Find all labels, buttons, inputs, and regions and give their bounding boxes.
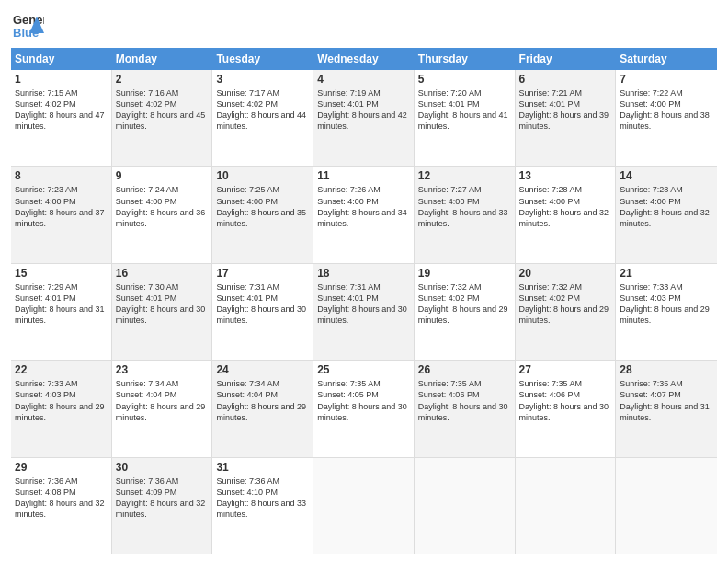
day-number: 22 (15, 363, 108, 376)
calendar-day-27: 27Sunrise: 7:35 AM Sunset: 4:06 PM Dayli… (516, 361, 617, 456)
day-info: Sunrise: 7:34 AM Sunset: 4:04 PM Dayligh… (116, 378, 209, 423)
day-info: Sunrise: 7:21 AM Sunset: 4:01 PM Dayligh… (519, 87, 612, 132)
day-info: Sunrise: 7:19 AM Sunset: 4:01 PM Dayligh… (317, 87, 410, 132)
day-of-week-saturday: Saturday (616, 48, 717, 70)
day-number: 27 (519, 363, 612, 376)
day-of-week-monday: Monday (112, 48, 213, 70)
day-info: Sunrise: 7:34 AM Sunset: 4:04 PM Dayligh… (216, 378, 309, 423)
day-number: 18 (317, 267, 410, 280)
calendar-day-empty (616, 458, 717, 554)
day-number: 20 (519, 267, 612, 280)
day-number: 11 (317, 169, 410, 182)
day-number: 23 (116, 363, 209, 376)
day-number: 7 (620, 73, 713, 86)
calendar-day-12: 12Sunrise: 7:27 AM Sunset: 4:00 PM Dayli… (415, 167, 516, 262)
day-info: Sunrise: 7:22 AM Sunset: 4:00 PM Dayligh… (620, 87, 713, 132)
calendar-day-16: 16Sunrise: 7:30 AM Sunset: 4:01 PM Dayli… (112, 264, 213, 360)
calendar-week-4: 22Sunrise: 7:33 AM Sunset: 4:03 PM Dayli… (11, 361, 717, 457)
day-number: 17 (216, 267, 309, 280)
day-info: Sunrise: 7:31 AM Sunset: 4:01 PM Dayligh… (216, 282, 309, 327)
calendar-day-3: 3Sunrise: 7:17 AM Sunset: 4:02 PM Daylig… (212, 70, 313, 166)
day-info: Sunrise: 7:36 AM Sunset: 4:10 PM Dayligh… (216, 476, 309, 521)
calendar-week-5: 29Sunrise: 7:36 AM Sunset: 4:08 PM Dayli… (11, 458, 717, 554)
calendar-week-3: 15Sunrise: 7:29 AM Sunset: 4:01 PM Dayli… (11, 264, 717, 361)
day-number: 1 (15, 73, 108, 86)
calendar-day-4: 4Sunrise: 7:19 AM Sunset: 4:01 PM Daylig… (313, 70, 415, 166)
day-number: 6 (519, 73, 612, 86)
day-number: 24 (216, 363, 309, 376)
day-info: Sunrise: 7:33 AM Sunset: 4:03 PM Dayligh… (620, 282, 713, 327)
day-of-week-friday: Friday (516, 48, 617, 70)
day-info: Sunrise: 7:31 AM Sunset: 4:01 PM Dayligh… (317, 282, 410, 327)
calendar-day-10: 10Sunrise: 7:25 AM Sunset: 4:00 PM Dayli… (212, 167, 313, 262)
logo: General Blue (11, 9, 44, 42)
calendar-day-14: 14Sunrise: 7:28 AM Sunset: 4:00 PM Dayli… (616, 167, 717, 262)
day-info: Sunrise: 7:30 AM Sunset: 4:01 PM Dayligh… (116, 282, 209, 327)
day-info: Sunrise: 7:29 AM Sunset: 4:01 PM Dayligh… (15, 282, 108, 327)
day-info: Sunrise: 7:33 AM Sunset: 4:03 PM Dayligh… (15, 378, 108, 423)
header: General Blue (11, 9, 717, 42)
calendar-header: SundayMondayTuesdayWednesdayThursdayFrid… (11, 48, 717, 70)
day-number: 2 (116, 73, 209, 86)
calendar-week-2: 8Sunrise: 7:23 AM Sunset: 4:00 PM Daylig… (11, 167, 717, 263)
calendar-day-6: 6Sunrise: 7:21 AM Sunset: 4:01 PM Daylig… (516, 70, 617, 166)
day-number: 30 (116, 461, 209, 474)
calendar-day-21: 21Sunrise: 7:33 AM Sunset: 4:03 PM Dayli… (616, 264, 717, 360)
day-info: Sunrise: 7:28 AM Sunset: 4:00 PM Dayligh… (620, 184, 713, 229)
main-container: General Blue SundayMondayTuesdayWednesda… (0, 0, 728, 563)
calendar-day-empty (516, 458, 617, 554)
day-number: 29 (15, 461, 108, 474)
calendar-day-26: 26Sunrise: 7:35 AM Sunset: 4:06 PM Dayli… (415, 361, 516, 456)
day-number: 13 (519, 169, 612, 182)
day-of-week-sunday: Sunday (11, 48, 112, 70)
day-info: Sunrise: 7:15 AM Sunset: 4:02 PM Dayligh… (15, 87, 108, 132)
calendar-day-13: 13Sunrise: 7:28 AM Sunset: 4:00 PM Dayli… (516, 167, 617, 262)
day-number: 25 (317, 363, 410, 376)
calendar-day-11: 11Sunrise: 7:26 AM Sunset: 4:00 PM Dayli… (313, 167, 415, 262)
day-number: 28 (620, 363, 713, 376)
calendar-day-8: 8Sunrise: 7:23 AM Sunset: 4:00 PM Daylig… (11, 167, 112, 262)
day-info: Sunrise: 7:36 AM Sunset: 4:09 PM Dayligh… (116, 476, 209, 521)
day-info: Sunrise: 7:28 AM Sunset: 4:00 PM Dayligh… (519, 184, 612, 229)
day-number: 3 (216, 73, 309, 86)
calendar-day-5: 5Sunrise: 7:20 AM Sunset: 4:01 PM Daylig… (415, 70, 516, 166)
calendar-day-28: 28Sunrise: 7:35 AM Sunset: 4:07 PM Dayli… (616, 361, 717, 456)
calendar-day-29: 29Sunrise: 7:36 AM Sunset: 4:08 PM Dayli… (11, 458, 112, 554)
calendar-day-15: 15Sunrise: 7:29 AM Sunset: 4:01 PM Dayli… (11, 264, 112, 360)
calendar-day-31: 31Sunrise: 7:36 AM Sunset: 4:10 PM Dayli… (212, 458, 313, 554)
day-info: Sunrise: 7:23 AM Sunset: 4:00 PM Dayligh… (15, 184, 108, 229)
day-number: 21 (620, 267, 713, 280)
day-info: Sunrise: 7:17 AM Sunset: 4:02 PM Dayligh… (216, 87, 309, 132)
day-number: 4 (317, 73, 410, 86)
calendar: SundayMondayTuesdayWednesdayThursdayFrid… (11, 48, 717, 554)
calendar-week-1: 1Sunrise: 7:15 AM Sunset: 4:02 PM Daylig… (11, 70, 717, 167)
day-info: Sunrise: 7:20 AM Sunset: 4:01 PM Dayligh… (418, 87, 511, 132)
calendar-day-7: 7Sunrise: 7:22 AM Sunset: 4:00 PM Daylig… (616, 70, 717, 166)
day-info: Sunrise: 7:27 AM Sunset: 4:00 PM Dayligh… (418, 184, 511, 229)
day-info: Sunrise: 7:24 AM Sunset: 4:00 PM Dayligh… (116, 184, 209, 229)
day-number: 19 (418, 267, 511, 280)
logo-icon: General Blue (11, 9, 44, 42)
day-number: 9 (116, 169, 209, 182)
day-info: Sunrise: 7:35 AM Sunset: 4:06 PM Dayligh… (418, 378, 511, 423)
calendar-day-empty (313, 458, 415, 554)
calendar-day-19: 19Sunrise: 7:32 AM Sunset: 4:02 PM Dayli… (415, 264, 516, 360)
day-info: Sunrise: 7:35 AM Sunset: 4:07 PM Dayligh… (620, 378, 713, 423)
day-info: Sunrise: 7:36 AM Sunset: 4:08 PM Dayligh… (15, 476, 108, 521)
calendar-day-18: 18Sunrise: 7:31 AM Sunset: 4:01 PM Dayli… (313, 264, 415, 360)
day-info: Sunrise: 7:26 AM Sunset: 4:00 PM Dayligh… (317, 184, 410, 229)
calendar-day-9: 9Sunrise: 7:24 AM Sunset: 4:00 PM Daylig… (112, 167, 213, 262)
day-number: 8 (15, 169, 108, 182)
day-number: 10 (216, 169, 309, 182)
day-of-week-wednesday: Wednesday (313, 48, 415, 70)
calendar-body: 1Sunrise: 7:15 AM Sunset: 4:02 PM Daylig… (11, 70, 717, 554)
day-info: Sunrise: 7:35 AM Sunset: 4:05 PM Dayligh… (317, 378, 410, 423)
calendar-day-22: 22Sunrise: 7:33 AM Sunset: 4:03 PM Dayli… (11, 361, 112, 456)
day-number: 15 (15, 267, 108, 280)
calendar-day-24: 24Sunrise: 7:34 AM Sunset: 4:04 PM Dayli… (212, 361, 313, 456)
calendar-day-20: 20Sunrise: 7:32 AM Sunset: 4:02 PM Dayli… (516, 264, 617, 360)
calendar-day-1: 1Sunrise: 7:15 AM Sunset: 4:02 PM Daylig… (11, 70, 112, 166)
day-of-week-thursday: Thursday (415, 48, 516, 70)
calendar-day-17: 17Sunrise: 7:31 AM Sunset: 4:01 PM Dayli… (212, 264, 313, 360)
day-number: 26 (418, 363, 511, 376)
